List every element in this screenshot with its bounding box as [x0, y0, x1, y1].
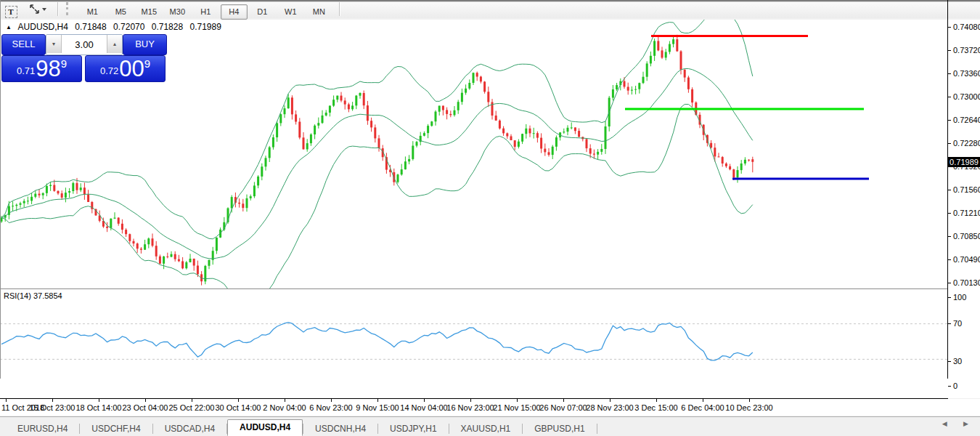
time-axis-tick: [6, 399, 7, 402]
price-axis-tick: [948, 283, 951, 283]
volume-increase-button[interactable]: ▴: [107, 35, 122, 53]
diagonal-arrows-icon: [29, 4, 40, 15]
buy-price-prefix: 0.72: [100, 65, 118, 76]
toolbar-separator: [339, 1, 340, 16]
price-axis-label: 0.72280: [953, 139, 980, 148]
ohlc-low: 0.71828: [152, 22, 183, 32]
price-axis-label: 0.73000: [953, 92, 980, 101]
text-tool-button[interactable]: T: [1, 4, 20, 20]
rsi-indicator-label: RSI(14) 37.5854: [4, 291, 62, 300]
volume-decrease-button[interactable]: ▾: [46, 35, 62, 53]
chart-tab-usdjpy[interactable]: USDJPY,H1: [378, 421, 448, 436]
chevron-down-icon: [42, 8, 46, 11]
sell-price-digits: 98: [36, 58, 60, 80]
symbol-label: AUDUSD,H4: [18, 22, 68, 32]
time-axis-tick: [563, 399, 564, 402]
time-axis-tick: [285, 399, 285, 402]
rsi-pane[interactable]: [0, 289, 948, 398]
time-axis-label: 16 Nov 23:00: [446, 403, 494, 412]
timeframe-button-m1[interactable]: M1: [79, 4, 106, 20]
time-axis-label: 2 Nov 04:00: [263, 403, 306, 412]
one-click-trade-widget: SELL ▾ ▴ BUY 0.71 98 9 0.72 00 9: [1, 34, 166, 82]
sell-button[interactable]: SELL: [1, 34, 46, 55]
price-axis-tick: [948, 27, 951, 28]
price-axis-tick: [948, 236, 951, 237]
rsi-axis-tick: [948, 361, 951, 362]
chart-tab-gbpusd[interactable]: GBPUSD,H1: [523, 421, 596, 436]
tab-scroll-right-button[interactable]: ▶: [963, 420, 976, 427]
timeframe-button-d1[interactable]: D1: [249, 4, 276, 20]
price-axis-tick: [948, 50, 951, 51]
time-axis-tick: [610, 399, 611, 402]
collapse-triangle-icon[interactable]: ▲: [6, 24, 12, 31]
tab-scroll-arrows: ◀ ▶: [942, 420, 976, 427]
time-axis-label: 6 Nov 23:00: [309, 403, 352, 412]
chart-tab-eurusd[interactable]: EURUSD,H4: [6, 421, 79, 436]
timeframe-button-h1[interactable]: H1: [192, 4, 219, 20]
price-axis-label: 0.74080: [953, 23, 980, 31]
chart-tab-usdcnh[interactable]: USDCNH,H4: [303, 421, 377, 436]
price-axis-label: 0.73360: [953, 69, 980, 78]
symbol-info-line: ▲ AUDUSD,H4 0.71848 0.72070 0.71828 0.71…: [6, 22, 226, 32]
price-axis-label: 0.73720: [953, 46, 980, 54]
timeframe-button-m30[interactable]: M30: [164, 4, 191, 20]
top-toolbar: T M1M5M15M30H1H4D1W1MN: [0, 0, 980, 18]
price-axis-label: 0.70130: [953, 278, 980, 287]
price-axis-tick: [948, 73, 951, 74]
sell-price-panel[interactable]: 0.71 98 9: [1, 55, 82, 82]
time-axis-tick: [656, 399, 657, 402]
timeframe-button-m15[interactable]: M15: [136, 4, 163, 20]
time-axis-tick: [145, 399, 146, 402]
price-axis-tick: [948, 143, 951, 144]
sell-price-prefix: 0.71: [17, 65, 35, 76]
time-axis-label: 14 Nov 04:00: [400, 403, 447, 412]
timeframe-button-mn[interactable]: MN: [306, 4, 332, 20]
current-price-badge: 0.71989: [948, 157, 980, 167]
time-axis-tick: [703, 399, 703, 402]
sell-price-pip: 9: [61, 57, 67, 70]
rsi-axis-tick: [948, 386, 951, 387]
time-axis-tick: [238, 399, 239, 402]
time-axis-label: 26 Nov 07:00: [539, 403, 587, 412]
buy-button[interactable]: BUY: [123, 34, 167, 55]
buy-price-digits: 00: [119, 58, 144, 80]
chart-left-border: [0, 0, 1, 379]
buy-price-panel[interactable]: 0.72 00 9: [85, 55, 166, 82]
price-axis-tick: [948, 97, 951, 97]
chart-tab-usdchf[interactable]: USDCHF,H4: [80, 421, 152, 436]
rsi-chart[interactable]: [0, 289, 948, 398]
tab-separator: [597, 424, 597, 434]
time-axis[interactable]: 11 Oct 201815 Oct 23:0018 Oct 14:0023 Oc…: [0, 399, 980, 416]
rsi-axis-tick: [948, 297, 951, 298]
ohlc-high: 0.72070: [113, 22, 144, 32]
chart-tab-xauusd[interactable]: XAUUSD,H1: [449, 421, 523, 436]
time-axis-tick: [517, 399, 518, 402]
time-axis-label: 23 Oct 04:00: [123, 403, 168, 412]
text-tool-icon: T: [5, 6, 17, 18]
time-axis-label: 21 Nov 15:00: [493, 403, 540, 412]
chart-tab-audusd[interactable]: AUDUSD,H4: [227, 419, 303, 436]
rsi-axis-tick: [948, 323, 951, 324]
tab-scroll-left-button[interactable]: ◀: [942, 420, 955, 427]
volume-input[interactable]: [62, 35, 107, 54]
timeframe-button-m5[interactable]: M5: [107, 4, 134, 20]
toolbar-grip[interactable]: [66, 2, 70, 15]
price-axis[interactable]: 0.740800.737200.733600.730000.726400.722…: [948, 20, 980, 398]
toolbar-separator: [57, 1, 59, 16]
volume-stepper: ▾ ▴: [46, 34, 123, 55]
chart-tab-bar: EURUSD,H4USDCHF,H4USDCAD,H4AUDUSD,H4USDC…: [0, 416, 980, 436]
time-axis-label: 28 Nov 23:00: [586, 403, 633, 412]
chart-tab-usdcad[interactable]: USDCAD,H4: [153, 421, 226, 436]
time-axis-tick: [749, 399, 750, 402]
time-axis-tick: [331, 399, 332, 402]
buy-price-pip: 9: [144, 57, 150, 70]
price-axis-label: 0.70490: [953, 255, 980, 264]
time-axis-label: 10 Dec 23:00: [725, 403, 772, 412]
ohlc-close: 0.71989: [190, 22, 221, 32]
timeframe-button-h4[interactable]: H4: [221, 4, 248, 20]
price-axis-label: 0.71560: [953, 185, 980, 194]
time-axis-label: 18 Oct 14:00: [76, 403, 122, 412]
time-axis-label: 15 Oct 23:00: [30, 403, 75, 412]
cursor-tool-button[interactable]: [25, 1, 51, 17]
timeframe-button-w1[interactable]: W1: [277, 4, 304, 20]
